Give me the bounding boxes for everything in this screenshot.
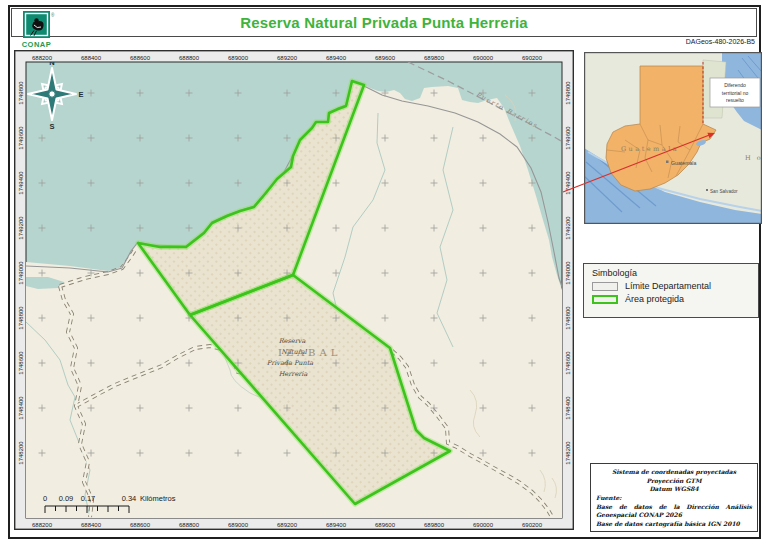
reserve-label-line4: Herreria — [279, 370, 308, 378]
grid-coordinate-label: 688400 — [81, 55, 102, 61]
scale-label-1: 0.09 — [59, 494, 74, 503]
inset-country-label: Guatemala — [621, 145, 679, 153]
grid-coordinate-label: 689400 — [326, 522, 347, 528]
reserve-label-line3: Privada Punta — [267, 359, 314, 367]
grid-coordinate-label: 1749800 — [565, 81, 571, 105]
grid-coordinate-label: 690000 — [473, 55, 494, 61]
reserve-label-line1: Reserva — [279, 337, 306, 345]
credits-datum: Datum WGS84 — [596, 485, 752, 494]
grid-coordinate-label: 1748800 — [18, 306, 24, 330]
inset-map: Diferendo territorial no resuelto Guatem… — [584, 52, 762, 224]
compass-s-label: S — [49, 122, 54, 131]
registered-mark-icon: ® — [51, 12, 55, 18]
header: Reserva Natural Privada Punta Herreria — [11, 8, 757, 37]
grid-coordinate-label: 688200 — [32, 55, 53, 61]
capital-city-marker — [666, 161, 669, 164]
grid-coordinate-label: 1749400 — [18, 171, 24, 195]
grid-coordinate-label: 689600 — [375, 522, 396, 528]
grid-coordinate-label: 1748800 — [565, 306, 571, 330]
grid-coordinate-label: 688800 — [179, 55, 200, 61]
grid-coordinate-label: 1749800 — [18, 81, 24, 105]
credits-box: Sistema de coordenadas proyectadas Proye… — [590, 463, 758, 532]
san-salvador-marker — [706, 189, 708, 191]
grid-coordinate-label: 1749600 — [18, 126, 24, 150]
grid-coordinate-label: 689800 — [424, 522, 445, 528]
inset-city-label: Guatemala — [671, 160, 696, 166]
note-line1: Diferendo — [724, 82, 746, 88]
scale-unit-label: Kilómetros — [140, 494, 176, 503]
legend-item-protected: Área protegida — [592, 294, 758, 304]
scale-label-3: 0.34 — [122, 494, 137, 503]
grid-coordinate-label: 689400 — [326, 55, 347, 61]
credits-projection: Proyección GTM — [596, 477, 752, 486]
inset-neighbor-label: H o — [745, 154, 762, 162]
grid-coordinate-label: 1748600 — [565, 351, 571, 375]
scale-label-2: 0.17 — [81, 494, 96, 503]
compass-e-label: E — [78, 90, 83, 99]
conap-logo: ® CONAP — [20, 11, 60, 49]
grid-coordinate-label: 1748400 — [18, 396, 24, 420]
territorial-note-box: Diferendo territorial no resuelto — [710, 78, 760, 107]
grid-coordinate-label: 688400 — [81, 522, 102, 528]
legend-title: Simbología — [592, 268, 758, 278]
inset-city2-label: San Salvador — [710, 189, 738, 194]
inset-locator-map: Diferendo territorial no resuelto Guatem… — [584, 52, 762, 224]
grid-coordinate-label: 1749200 — [565, 216, 571, 240]
protected-area-swatch — [592, 295, 618, 304]
grid-coordinate-label: 1749000 — [18, 261, 24, 285]
legend-item-departmental: Límite Departamental — [592, 281, 758, 291]
grid-coordinate-label: 1748200 — [18, 441, 24, 465]
credits-coordinate-system: Sistema de coordenadas proyectadas — [596, 468, 752, 477]
conap-logo-graphic: ® CONAP — [20, 11, 60, 49]
grid-coordinate-label: 689200 — [277, 522, 298, 528]
document-id: DAGeos-480-2026-B5 — [686, 38, 755, 45]
grid-coordinate-label: 690200 — [522, 55, 543, 61]
note-line3: resuelto — [726, 97, 744, 103]
scale-label-0: 0 — [43, 494, 47, 503]
legend-item-label: Límite Departamental — [625, 281, 711, 291]
grid-coordinate-label: 688200 — [32, 522, 53, 528]
note-line2: territorial no — [722, 90, 749, 96]
grid-coordinate-label: 689800 — [424, 55, 445, 61]
grid-coordinate-label: 1749000 — [565, 261, 571, 285]
grid-coordinate-label: 690200 — [522, 522, 543, 528]
main-map-panel: Reserva Natural Privada Punta Herreria I… — [14, 50, 574, 530]
legend: Simbología Límite Departamental Área pro… — [583, 263, 759, 318]
grid-coordinate-label: 1748600 — [18, 351, 24, 375]
grid-coordinate-label: 690000 — [473, 522, 494, 528]
grid-coordinate-label: 689200 — [277, 55, 298, 61]
grid-coordinate-label: 688600 — [130, 55, 151, 61]
logo-text: CONAP — [22, 40, 52, 49]
department-label: IZABAL — [278, 347, 341, 358]
page-title: Reserva Natural Privada Punta Herreria — [12, 9, 756, 36]
map-document-page: { "header": { "title": "Reserva Natural … — [0, 0, 768, 544]
grid-coordinate-label: 1749200 — [18, 216, 24, 240]
credits-source-heading: Fuente: — [596, 494, 752, 503]
grid-coordinate-label: 688600 — [130, 522, 151, 528]
grid-coordinate-label: 1748200 — [565, 441, 571, 465]
main-map: Reserva Natural Privada Punta Herreria I… — [14, 50, 574, 530]
grid-coordinate-label: 1748400 — [565, 396, 571, 420]
grid-coordinate-label: 688800 — [179, 522, 200, 528]
credits-source-line1: Base de datos de la Dirección Análisis G… — [596, 503, 752, 520]
grid-coordinate-label: 689600 — [375, 55, 396, 61]
departmental-limit-swatch — [592, 282, 618, 291]
grid-coordinate-label: 1749400 — [565, 171, 571, 195]
legend-item-label: Área protegida — [625, 294, 684, 304]
credits-source-line2: Base de datos cartografía básica IGN 201… — [596, 520, 752, 529]
grid-coordinate-label: 1749600 — [565, 126, 571, 150]
grid-coordinate-label: 689000 — [228, 522, 249, 528]
grid-coordinate-label: 689000 — [228, 55, 249, 61]
